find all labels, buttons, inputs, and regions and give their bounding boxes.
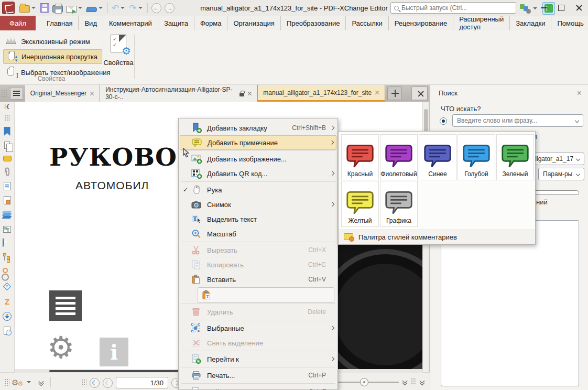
- query-dropdown-icon[interactable]: [575, 118, 579, 123]
- query-input[interactable]: [457, 117, 572, 124]
- collapse-panel-icon[interactable]: |❮: [5, 104, 10, 109]
- undo-button[interactable]: ↶: [110, 1, 127, 15]
- tab-bookmarks[interactable]: Закладки: [510, 16, 551, 30]
- tab-home[interactable]: Главная: [41, 16, 79, 30]
- tab-form[interactable]: Форма: [194, 16, 228, 30]
- prev-page-button[interactable]: [103, 378, 113, 388]
- tab-review[interactable]: Рецензирование: [389, 16, 453, 30]
- comment-style-lightblue[interactable]: Голубой: [458, 134, 495, 180]
- tab-protect[interactable]: Защита: [158, 16, 194, 30]
- content-editing-icon[interactable]: Z: [3, 297, 12, 306]
- save-button[interactable]: [38, 1, 51, 15]
- sidebar-drag-handle[interactable]: [5, 115, 10, 121]
- query-combobox[interactable]: [452, 114, 583, 127]
- tab-convert[interactable]: Преобразование: [281, 16, 346, 30]
- menu-item-snapshot[interactable]: Снимок: [180, 197, 336, 212]
- structure-panel-icon[interactable]: [3, 253, 12, 262]
- zoom-options-icon[interactable]: [403, 379, 407, 385]
- email-dropdown-caret[interactable]: [78, 7, 82, 11]
- comment-style-blue[interactable]: Синее: [419, 134, 456, 180]
- links-panel-icon[interactable]: [3, 268, 12, 277]
- close-search-panel-icon[interactable]: [577, 91, 582, 95]
- properties-button[interactable]: ✓ ✓ ⚙ Свойства: [105, 35, 132, 80]
- zoom-slider[interactable]: [336, 377, 399, 386]
- menu-item-add-qr[interactable]: Добавить QR код...: [180, 166, 336, 181]
- accessibility-panel-icon[interactable]: [3, 312, 12, 321]
- tab-accessibility[interactable]: Расширенный доступ: [453, 16, 510, 30]
- scope-dropdown-icon[interactable]: [576, 157, 580, 161]
- app-icon[interactable]: [2, 2, 15, 14]
- ui-options-icon[interactable]: [520, 3, 531, 14]
- expand-toolbar-icon[interactable]: [39, 380, 43, 385]
- statusbar-expand-icon[interactable]: [420, 379, 424, 385]
- menu-item-selected[interactable]: Выбранные: [180, 321, 336, 335]
- close-tab-icon[interactable]: [247, 91, 252, 96]
- tab-list-menu-button[interactable]: [10, 87, 23, 100]
- menu-item-print[interactable]: Печать... Ctrl+P: [180, 368, 336, 383]
- comment-style-purple[interactable]: Фиолетовый: [380, 134, 418, 180]
- close-button[interactable]: [570, 1, 588, 15]
- comment-style-green[interactable]: Зеленый: [496, 134, 534, 180]
- query-radio[interactable]: [440, 117, 447, 125]
- comment-styles-palette-button[interactable]: Палитра стилей комментариев: [339, 230, 535, 244]
- menu-item-add-image[interactable]: Добавить изображение...: [180, 151, 336, 166]
- redo-dropdown-caret[interactable]: [138, 7, 143, 11]
- redo-button[interactable]: ↷: [127, 1, 145, 15]
- signatures-panel-icon[interactable]: [4, 196, 10, 204]
- minimize-button[interactable]: [535, 1, 552, 15]
- comment-style-yellow[interactable]: Желтый: [341, 181, 379, 227]
- tab-file[interactable]: Файл: [0, 16, 36, 30]
- paste-special-option[interactable]: T: [198, 287, 334, 303]
- doc-tab-instrukcija[interactable]: Инструкция-Автосигнализация-Alligator-SP…: [100, 85, 258, 102]
- doc-tab-original-messenger[interactable]: Original_Messenger: [25, 85, 100, 102]
- inertial-scroll-button[interactable]: ▲▼ Инерционная прокрутка: [3, 49, 102, 64]
- tab-mailings[interactable]: Рассылки: [346, 16, 388, 30]
- tabbar-drag-handle[interactable]: [1, 89, 7, 98]
- attachments-panel-icon[interactable]: [3, 167, 12, 176]
- menu-item-goto[interactable]: Перейти к: [180, 352, 336, 366]
- scan-button[interactable]: [85, 1, 105, 15]
- bookmarks-panel-icon[interactable]: [3, 127, 12, 136]
- search-results-list[interactable]: [441, 220, 579, 386]
- forward-button[interactable]: →: [163, 1, 176, 15]
- print-button[interactable]: [51, 1, 64, 15]
- undo-dropdown-caret[interactable]: [121, 7, 125, 11]
- zoom-slider-knob[interactable]: [360, 378, 368, 386]
- email-button[interactable]: [64, 1, 85, 15]
- comment-style-red[interactable]: Красный: [341, 134, 379, 180]
- content-panel-icon[interactable]: [3, 226, 11, 233]
- comments-panel-icon[interactable]: [3, 156, 12, 161]
- tab-view[interactable]: Вид: [79, 16, 103, 30]
- menu-item-hand[interactable]: ✓ Рука: [180, 182, 336, 197]
- fields-panel-icon[interactable]: [4, 182, 10, 190]
- menu-item-select-text[interactable]: T Выделить текст: [180, 212, 336, 226]
- open-file-button[interactable]: [18, 1, 38, 15]
- exclusive-mode-button[interactable]: Эксклюзивный режим: [3, 34, 94, 49]
- close-document-button[interactable]: [411, 86, 428, 100]
- maximize-button[interactable]: [552, 1, 570, 15]
- tags-panel-icon[interactable]: [3, 283, 12, 291]
- menu-item-paste[interactable]: Вставить Ctrl+V: [180, 272, 336, 287]
- params-dropdown-icon[interactable]: [576, 172, 580, 176]
- scan-dropdown-caret[interactable]: [99, 7, 103, 11]
- zoom-drag-handle[interactable]: [411, 378, 416, 385]
- menu-item-add-comment[interactable]: Добавить примечание: [180, 135, 336, 150]
- thumbnails-panel-icon[interactable]: [4, 142, 10, 149]
- page-number-input[interactable]: 1/30: [116, 377, 168, 388]
- accessibility-check-icon[interactable]: [4, 327, 10, 335]
- tab-comment[interactable]: Комментарий: [103, 16, 158, 30]
- pagenav-drag-handle[interactable]: [81, 379, 86, 386]
- menu-item-zoom[interactable]: Масштаб: [180, 226, 336, 241]
- back-button[interactable]: ←: [150, 1, 163, 15]
- destinations-panel-icon[interactable]: [3, 239, 12, 247]
- search-params-combobox[interactable]: Парам-ры...: [538, 168, 584, 180]
- close-tab-icon[interactable]: [375, 90, 379, 95]
- new-tab-button[interactable]: [387, 86, 402, 100]
- comment-style-graphic[interactable]: Графика: [380, 181, 418, 227]
- menu-item-add-bookmark[interactable]: Добавить закладку Ctrl+Shift+B: [180, 121, 336, 135]
- first-page-button[interactable]: [90, 378, 100, 388]
- quick-launch-input[interactable]: [401, 4, 513, 12]
- doc-tab-manual-alligator[interactable]: manual_alligator_a1_174x123_for_site: [258, 85, 385, 102]
- layers-panel-icon[interactable]: [3, 210, 12, 219]
- statusbar-drag-handle[interactable]: [4, 378, 9, 386]
